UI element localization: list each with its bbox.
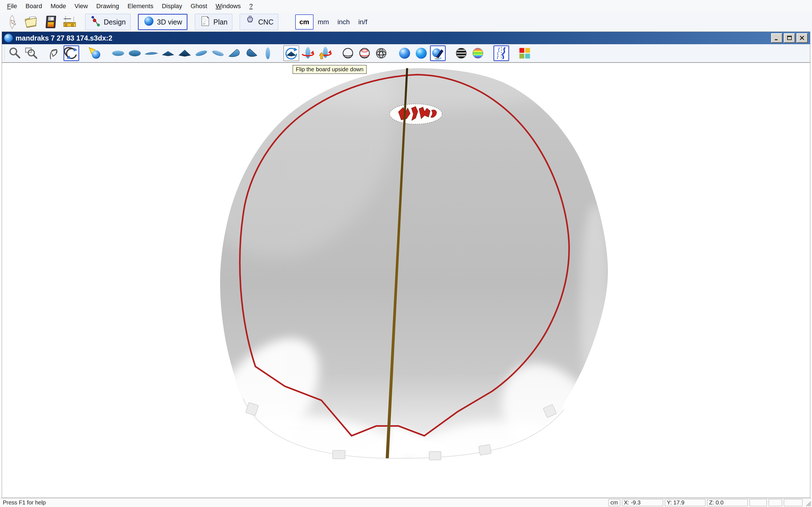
status-y-cell: Y: 17.9	[665, 499, 705, 506]
measure-icon[interactable]	[61, 14, 78, 30]
new-board-icon[interactable]	[4, 14, 20, 30]
view-rocker-icon[interactable]	[144, 45, 159, 61]
zoom-icon[interactable]	[7, 45, 22, 61]
unit-selector: cmmminchin/f	[295, 14, 371, 30]
document-title: mandraks 7 27 83 174.s3dx:2	[15, 34, 112, 42]
view-oblique-right-icon[interactable]	[243, 45, 259, 61]
close-button[interactable]	[797, 33, 808, 43]
view-front-icon[interactable]	[160, 45, 176, 61]
rotate-3d-icon[interactable]	[63, 45, 79, 61]
design-button[interactable]: Design	[85, 14, 131, 30]
cnc-bit-icon	[245, 15, 256, 29]
document-window: mandraks 7 27 83 174.s3dx:2	[2, 32, 810, 498]
design-on-3d-icon[interactable]	[430, 45, 446, 61]
logo-decal	[390, 104, 442, 124]
unit-inf[interactable]: in/f	[354, 14, 371, 30]
status-x-cell: X: -9.3	[622, 499, 663, 506]
status-extra-2-cell	[769, 499, 782, 506]
light-direction-icon[interactable]	[87, 45, 103, 61]
app-sphere-icon	[4, 34, 13, 42]
minimize-icon	[774, 35, 780, 41]
zoom-window-icon[interactable]	[23, 45, 39, 61]
view-tail-icon[interactable]	[177, 45, 193, 61]
plan-button[interactable]: Plan	[195, 14, 232, 30]
maximize-button[interactable]	[784, 33, 795, 43]
menu-view[interactable]: View	[70, 3, 92, 10]
main-toolbar: Design3D viewPlanCNC cmmminchin/f	[0, 12, 812, 32]
unit-inch[interactable]: inch	[333, 14, 354, 30]
mesh-sphere-icon[interactable]	[373, 45, 389, 61]
menu-ghost[interactable]: Ghost	[186, 3, 211, 10]
menu-mode[interactable]: Mode	[46, 3, 70, 10]
pan-hand-icon[interactable]	[47, 45, 63, 61]
wireframe-red-sphere-icon[interactable]	[357, 45, 372, 61]
status-extra-3-cell	[784, 499, 802, 506]
status-help-text: Press F1 for help	[0, 499, 46, 506]
minimize-button[interactable]	[771, 33, 782, 43]
view-perspective-left-icon[interactable]	[193, 45, 209, 61]
zebra-sphere-icon[interactable]	[453, 45, 469, 61]
menu-drawing[interactable]: Drawing	[92, 3, 123, 10]
menu-bar: FileBoardModeViewDrawingElementsDisplayG…	[0, 0, 812, 12]
plan-doc-icon	[200, 15, 211, 29]
view-bottom-icon[interactable]	[127, 45, 143, 61]
status-unit-cell: cm	[608, 499, 620, 506]
maximize-icon	[786, 35, 793, 41]
symmetry-icon[interactable]	[493, 45, 509, 61]
view-deck-icon[interactable]	[110, 45, 126, 61]
sphere-3d-icon	[143, 15, 154, 29]
menu-windows[interactable]: Windows	[211, 3, 245, 10]
menu-help[interactable]: ?	[245, 3, 257, 10]
save-icon[interactable]	[42, 14, 59, 30]
open-folder-icon[interactable]	[23, 14, 40, 30]
close-icon	[799, 35, 805, 41]
menu-display[interactable]: Display	[158, 3, 186, 10]
3d-view-button[interactable]: 3D view	[138, 14, 188, 30]
document-titlebar[interactable]: mandraks 7 27 83 174.s3dx:2	[2, 32, 810, 44]
viewport-3d[interactable]: Flip the board upside down	[2, 63, 810, 498]
flip-upside-down-icon[interactable]	[317, 45, 333, 61]
shaded-sphere-2-icon[interactable]	[413, 45, 429, 61]
surfboard-3d-render	[2, 63, 810, 498]
view-side-icon[interactable]	[260, 45, 276, 61]
status-bar: Press F1 for help cmX: -9.3Y: 17.9Z: 0.0	[0, 498, 812, 507]
unit-mm[interactable]: mm	[313, 14, 333, 30]
color-squares-icon[interactable]	[517, 45, 532, 61]
tooltip: Flip the board upside down	[293, 65, 366, 74]
view-perspective-right-icon[interactable]	[210, 45, 226, 61]
unit-cm[interactable]: cm	[295, 14, 313, 30]
rainbow-sphere-icon[interactable]	[470, 45, 486, 61]
status-z-cell: Z: 0.0	[707, 499, 748, 506]
rotate-board-icon[interactable]	[300, 45, 316, 61]
shaded-sphere-icon[interactable]	[397, 45, 412, 61]
view-oblique-left-icon[interactable]	[227, 45, 243, 61]
status-extra-1-cell	[749, 499, 767, 506]
wireframe-sphere-icon[interactable]	[340, 45, 356, 61]
flip-nose-tail-icon[interactable]	[283, 45, 299, 61]
menu-board[interactable]: Board	[21, 3, 46, 10]
cnc-button[interactable]: CNC	[240, 14, 278, 30]
menu-elements[interactable]: Elements	[123, 3, 158, 10]
menu-file[interactable]: File	[3, 3, 21, 10]
design-nodes-icon	[90, 15, 101, 29]
resize-grip[interactable]	[804, 499, 811, 507]
view-toolbar	[2, 44, 810, 63]
